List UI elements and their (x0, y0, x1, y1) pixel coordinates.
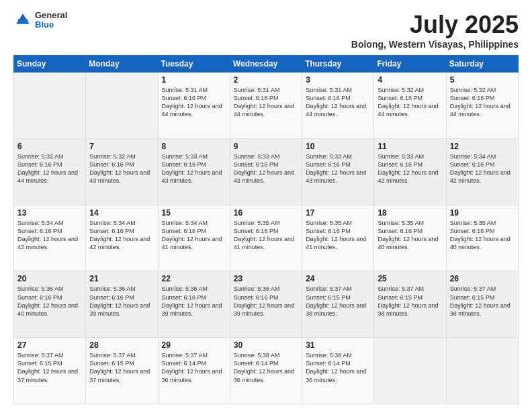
calendar-cell: 16Sunrise: 5:35 AMSunset: 6:16 PMDayligh… (230, 205, 302, 271)
day-number: 26 (450, 274, 515, 283)
logo-text: General Blue (35, 11, 67, 30)
day-info: Sunrise: 5:33 AMSunset: 6:16 PMDaylight:… (162, 152, 226, 185)
calendar-cell: 19Sunrise: 5:35 AMSunset: 6:16 PMDayligh… (446, 205, 518, 271)
calendar-cell: 31Sunrise: 5:38 AMSunset: 6:14 PMDayligh… (302, 338, 374, 404)
day-number: 29 (162, 340, 226, 350)
day-header-thursday: Thursday (302, 56, 374, 73)
day-info: Sunrise: 5:37 AMSunset: 6:15 PMDaylight:… (378, 285, 442, 318)
calendar-cell: 22Sunrise: 5:36 AMSunset: 6:16 PMDayligh… (158, 271, 230, 338)
calendar-cell: 18Sunrise: 5:35 AMSunset: 6:16 PMDayligh… (374, 205, 446, 271)
day-info: Sunrise: 5:31 AMSunset: 6:16 PMDaylight:… (234, 86, 298, 119)
calendar-cell: 7Sunrise: 5:32 AMSunset: 6:16 PMDaylight… (86, 138, 158, 205)
day-info: Sunrise: 5:37 AMSunset: 6:14 PMDaylight:… (162, 351, 226, 384)
calendar-cell (374, 338, 446, 404)
logo: General Blue (13, 11, 67, 30)
day-number: 18 (378, 208, 442, 218)
header: General Blue July 2025 Bolong, Western V… (13, 11, 519, 50)
calendar-cell: 3Sunrise: 5:31 AMSunset: 6:16 PMDaylight… (302, 73, 374, 139)
day-info: Sunrise: 5:36 AMSunset: 6:16 PMDaylight:… (162, 285, 226, 318)
day-header-tuesday: Tuesday (158, 56, 230, 73)
calendar-cell: 30Sunrise: 5:38 AMSunset: 6:14 PMDayligh… (230, 338, 302, 404)
calendar-cell: 15Sunrise: 5:34 AMSunset: 6:16 PMDayligh… (158, 205, 230, 271)
generalblue-logo-icon (13, 11, 32, 30)
day-number: 2 (234, 75, 298, 85)
day-number: 9 (234, 142, 298, 151)
logo-blue: Blue (35, 20, 67, 30)
week-row-4: 20Sunrise: 5:36 AMSunset: 6:16 PMDayligh… (14, 271, 519, 338)
day-info: Sunrise: 5:33 AMSunset: 6:16 PMDaylight:… (234, 152, 298, 185)
day-info: Sunrise: 5:31 AMSunset: 6:16 PMDaylight:… (162, 86, 226, 119)
day-info: Sunrise: 5:34 AMSunset: 6:16 PMDaylight:… (450, 152, 515, 185)
day-info: Sunrise: 5:37 AMSunset: 6:15 PMDaylight:… (17, 351, 82, 384)
day-header-friday: Friday (374, 56, 446, 73)
calendar-cell: 12Sunrise: 5:34 AMSunset: 6:16 PMDayligh… (446, 138, 518, 205)
day-number: 7 (89, 142, 154, 151)
subtitle: Bolong, Western Visayas, Philippines (351, 39, 519, 50)
page: General Blue July 2025 Bolong, Western V… (0, 0, 532, 411)
day-info: Sunrise: 5:35 AMSunset: 6:16 PMDaylight:… (234, 219, 298, 252)
day-number: 27 (17, 340, 82, 350)
calendar-cell: 29Sunrise: 5:37 AMSunset: 6:14 PMDayligh… (158, 338, 230, 404)
logo-general: General (35, 11, 67, 20)
calendar-header-row: SundayMondayTuesdayWednesdayThursdayFrid… (14, 56, 519, 73)
day-header-monday: Monday (86, 56, 158, 73)
day-number: 21 (89, 274, 154, 283)
day-number: 23 (234, 274, 298, 283)
week-row-2: 6Sunrise: 5:32 AMSunset: 6:16 PMDaylight… (14, 138, 519, 205)
calendar-cell: 10Sunrise: 5:33 AMSunset: 6:16 PMDayligh… (302, 138, 374, 205)
calendar-cell: 9Sunrise: 5:33 AMSunset: 6:16 PMDaylight… (230, 138, 302, 205)
day-number: 31 (306, 340, 370, 350)
calendar-cell: 2Sunrise: 5:31 AMSunset: 6:16 PMDaylight… (230, 73, 302, 139)
calendar-cell: 11Sunrise: 5:33 AMSunset: 6:16 PMDayligh… (374, 138, 446, 205)
calendar-cell: 13Sunrise: 5:34 AMSunset: 6:16 PMDayligh… (14, 205, 86, 271)
calendar-cell: 1Sunrise: 5:31 AMSunset: 6:16 PMDaylight… (158, 73, 230, 139)
day-info: Sunrise: 5:32 AMSunset: 6:16 PMDaylight:… (378, 86, 442, 119)
calendar-cell: 14Sunrise: 5:34 AMSunset: 6:16 PMDayligh… (86, 205, 158, 271)
day-number: 5 (450, 75, 515, 85)
day-number: 20 (17, 274, 82, 283)
calendar-cell: 28Sunrise: 5:37 AMSunset: 6:15 PMDayligh… (86, 338, 158, 404)
day-info: Sunrise: 5:34 AMSunset: 6:16 PMDaylight:… (89, 219, 154, 252)
calendar-cell (86, 73, 158, 139)
calendar-cell: 20Sunrise: 5:36 AMSunset: 6:16 PMDayligh… (14, 271, 86, 338)
week-row-3: 13Sunrise: 5:34 AMSunset: 6:16 PMDayligh… (14, 205, 519, 271)
calendar-cell: 26Sunrise: 5:37 AMSunset: 6:15 PMDayligh… (446, 271, 518, 338)
day-number: 30 (234, 340, 298, 350)
day-number: 22 (162, 274, 226, 283)
day-info: Sunrise: 5:35 AMSunset: 6:16 PMDaylight:… (450, 219, 515, 252)
week-row-5: 27Sunrise: 5:37 AMSunset: 6:15 PMDayligh… (14, 338, 519, 404)
day-info: Sunrise: 5:31 AMSunset: 6:16 PMDaylight:… (306, 86, 370, 119)
day-info: Sunrise: 5:37 AMSunset: 6:15 PMDaylight:… (450, 285, 515, 318)
day-header-sunday: Sunday (14, 56, 86, 73)
day-info: Sunrise: 5:32 AMSunset: 6:16 PMDaylight:… (89, 152, 154, 185)
day-info: Sunrise: 5:37 AMSunset: 6:15 PMDaylight:… (89, 351, 154, 384)
day-info: Sunrise: 5:33 AMSunset: 6:16 PMDaylight:… (306, 152, 370, 185)
day-info: Sunrise: 5:38 AMSunset: 6:14 PMDaylight:… (234, 351, 298, 384)
day-number: 11 (378, 142, 442, 151)
day-number: 13 (17, 208, 82, 218)
calendar-cell: 24Sunrise: 5:37 AMSunset: 6:15 PMDayligh… (302, 271, 374, 338)
day-number: 25 (378, 274, 442, 283)
day-info: Sunrise: 5:32 AMSunset: 6:16 PMDaylight:… (17, 152, 82, 185)
calendar-cell: 25Sunrise: 5:37 AMSunset: 6:15 PMDayligh… (374, 271, 446, 338)
day-number: 10 (306, 142, 370, 151)
calendar-cell: 6Sunrise: 5:32 AMSunset: 6:16 PMDaylight… (14, 138, 86, 205)
day-info: Sunrise: 5:32 AMSunset: 6:16 PMDaylight:… (450, 86, 515, 119)
day-info: Sunrise: 5:33 AMSunset: 6:16 PMDaylight:… (378, 152, 442, 185)
day-header-wednesday: Wednesday (230, 56, 302, 73)
day-info: Sunrise: 5:38 AMSunset: 6:14 PMDaylight:… (306, 351, 370, 384)
day-number: 15 (162, 208, 226, 218)
day-info: Sunrise: 5:36 AMSunset: 6:16 PMDaylight:… (17, 285, 82, 318)
day-info: Sunrise: 5:35 AMSunset: 6:16 PMDaylight:… (378, 219, 442, 252)
calendar-table: SundayMondayTuesdayWednesdayThursdayFrid… (13, 55, 519, 404)
day-number: 16 (234, 208, 298, 218)
day-info: Sunrise: 5:36 AMSunset: 6:16 PMDaylight:… (89, 285, 154, 318)
calendar-cell (446, 338, 518, 404)
calendar-cell: 21Sunrise: 5:36 AMSunset: 6:16 PMDayligh… (86, 271, 158, 338)
calendar-cell (14, 73, 86, 139)
day-number: 14 (89, 208, 154, 218)
calendar-cell: 4Sunrise: 5:32 AMSunset: 6:16 PMDaylight… (374, 73, 446, 139)
day-number: 19 (450, 208, 515, 218)
day-number: 3 (306, 75, 370, 85)
calendar-cell: 27Sunrise: 5:37 AMSunset: 6:15 PMDayligh… (14, 338, 86, 404)
